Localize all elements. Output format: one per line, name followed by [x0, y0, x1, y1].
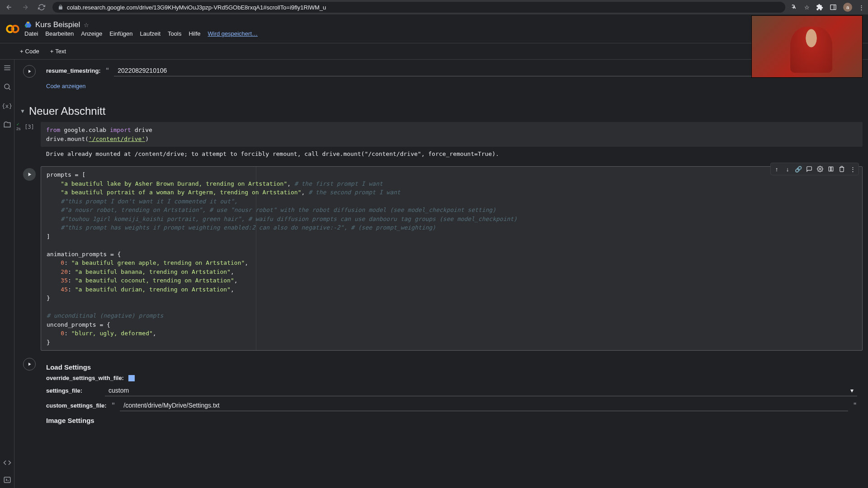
colab-header: Kurs Beispiel ☆ Datei Bearbeiten Anzeige… [0, 14, 868, 43]
quote-icon: " [105, 66, 110, 75]
colab-logo-icon[interactable] [5, 22, 20, 36]
svg-rect-12 [829, 167, 830, 171]
override-checkbox[interactable] [128, 375, 135, 381]
browser-chrome: colab.research.google.com/drive/13G9KHyM… [0, 0, 868, 14]
url-bar[interactable]: colab.research.google.com/drive/13G9KHyM… [52, 2, 785, 13]
ruler [256, 167, 256, 350]
toc-icon[interactable] [3, 63, 12, 72]
notebook-area[interactable]: resume_timestring: " Code anzeigen ▼ Neu… [14, 60, 868, 488]
back-icon[interactable] [4, 2, 14, 13]
menu-anzeige[interactable]: Anzeige [81, 30, 102, 37]
move-down-icon[interactable]: ↓ [783, 164, 793, 174]
reload-icon[interactable] [36, 2, 47, 13]
menu-tools[interactable]: Tools [168, 30, 181, 37]
code-editor[interactable]: prompts = [ "a beautiful lake by Asher B… [41, 167, 862, 350]
menu-bar: Datei Bearbeiten Anzeige Einfügen Laufze… [24, 30, 258, 37]
menu-dots-icon[interactable]: ⋮ [859, 4, 864, 11]
translate-icon[interactable] [791, 4, 798, 11]
left-sidebar: {x} [0, 60, 14, 488]
move-up-icon[interactable]: ↑ [772, 164, 782, 174]
comment-icon[interactable] [804, 164, 814, 174]
files-icon[interactable] [3, 120, 12, 129]
cell-toolbar: ↑ ↓ 🔗 ⋮ [770, 163, 859, 175]
run-button[interactable] [23, 358, 36, 371]
bookmark-icon[interactable]: ☆ [804, 4, 810, 11]
extensions-icon[interactable] [816, 4, 823, 11]
custom-settings-file-input[interactable] [120, 400, 848, 411]
star-icon[interactable]: ☆ [84, 22, 89, 28]
svg-rect-0 [830, 5, 836, 10]
add-code-button[interactable]: +Code [16, 46, 43, 56]
run-button[interactable] [23, 65, 36, 78]
code-cell-prompts: ↑ ↓ 🔗 ⋮ prompts = [ "a beautiful lake by… [18, 166, 863, 351]
save-status[interactable]: Wird gespeichert… [208, 30, 258, 37]
settings-icon[interactable] [815, 164, 825, 174]
svg-line-8 [9, 89, 10, 90]
exec-count: [3] [24, 124, 34, 130]
form-cell-resume: resume_timestring: " Code anzeigen [18, 63, 863, 95]
plus-icon: + [20, 48, 24, 55]
drive-icon [24, 21, 32, 28]
svg-rect-13 [831, 167, 833, 171]
quote-icon: " [111, 401, 116, 410]
form-label: resume_timestring: [46, 67, 101, 74]
variables-icon[interactable]: {x} [3, 101, 12, 110]
menu-einfuegen[interactable]: Einfügen [109, 30, 132, 37]
notebook-title[interactable]: Kurs Beispiel [35, 20, 80, 29]
quote-icon: " [853, 401, 857, 410]
plus-icon: + [50, 48, 54, 55]
form-label: override_settings_with_file: [46, 375, 124, 381]
resume-timestring-input[interactable] [114, 65, 857, 76]
terminal-icon[interactable] [3, 475, 12, 484]
section-header: ▼ Neuer Abschnitt [18, 100, 863, 122]
snippets-icon[interactable] [3, 458, 12, 467]
lock-icon [58, 5, 63, 10]
settings-file-select[interactable]: custom ▾ [105, 385, 857, 396]
run-button[interactable] [23, 168, 36, 181]
insert-toolbar: +Code +Text [0, 43, 868, 60]
menu-datei[interactable]: Datei [24, 30, 38, 37]
webcam-overlay [751, 15, 863, 78]
form-cell-load-settings: Load Settings override_settings_with_fil… [18, 356, 863, 433]
menu-laufzeit[interactable]: Laufzeit [140, 30, 161, 37]
menu-bearbeiten[interactable]: Bearbeiten [45, 30, 74, 37]
form-label: settings_file: [46, 387, 100, 394]
cell-output: Drive already mounted at /content/drive;… [41, 147, 863, 161]
profile-avatar[interactable]: a [843, 3, 852, 12]
svg-point-11 [819, 168, 821, 170]
search-icon[interactable] [3, 82, 12, 91]
section-title: Neuer Abschnitt [29, 105, 105, 117]
delete-icon[interactable] [837, 164, 847, 174]
forward-icon[interactable] [20, 2, 31, 13]
chevron-down-icon: ▾ [850, 387, 854, 394]
url-text: colab.research.google.com/drive/13G9KHyM… [67, 4, 326, 11]
more-icon[interactable]: ⋮ [848, 164, 858, 174]
browser-actions: ☆ a ⋮ [791, 3, 864, 12]
code-cell-drive: ✓2s [3] from google.colab import drive d… [18, 122, 863, 161]
code-editor[interactable]: from google.colab import drive drive.mou… [41, 122, 863, 147]
link-icon[interactable]: 🔗 [793, 164, 803, 174]
collapse-section-icon[interactable]: ▼ [20, 108, 25, 114]
svg-point-7 [5, 84, 9, 89]
mirror-icon[interactable] [826, 164, 836, 174]
show-code-link[interactable]: Code anzeigen [46, 83, 85, 89]
form-label: custom_settings_file: [46, 402, 107, 409]
side-panel-icon[interactable] [830, 4, 837, 11]
subsection-title: Image Settings [46, 417, 857, 424]
subsection-title: Load Settings [46, 363, 857, 371]
menu-hilfe[interactable]: Hilfe [189, 30, 200, 37]
add-text-button[interactable]: +Text [47, 46, 70, 56]
